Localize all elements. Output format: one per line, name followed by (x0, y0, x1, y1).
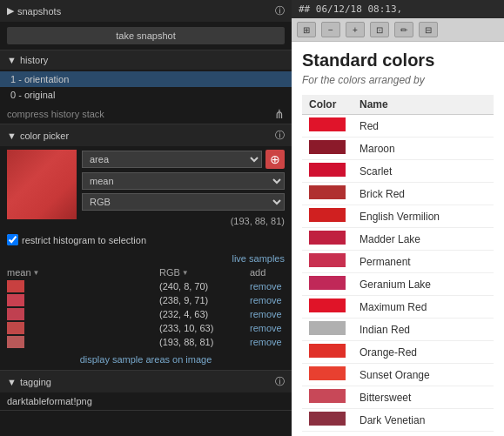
color-swatch-9 (309, 321, 346, 335)
sample-swatch-cell (7, 280, 156, 292)
sample-color-4 (7, 336, 24, 348)
color-name-3: Brick Red (353, 183, 494, 205)
toolbar-btn-zoom-in[interactable]: + (346, 22, 365, 37)
add-col-label: add (250, 267, 265, 278)
live-samples-link[interactable]: live samples (232, 253, 285, 264)
color-cell (302, 386, 353, 409)
sample-row: (238, 9, 71) remove (0, 293, 292, 307)
snapshots-header[interactable]: ▶ snapshots ⓘ (0, 0, 292, 22)
toolbar-btn-edit[interactable]: ✏ (394, 22, 413, 37)
table-row: Bittersweet (302, 386, 494, 409)
history-entry[interactable]: 0 - original (0, 87, 292, 103)
toolbar-btn-split[interactable]: ⊟ (419, 22, 438, 37)
table-row: English Vermilion (302, 205, 494, 228)
right-panel: ## 06/12/18 08:13, ⊞ − + ⊡ ✏ ⊟ Standard … (292, 0, 504, 436)
sample-color-0 (7, 280, 24, 292)
snapshots-section: ▶ snapshots ⓘ take snapshot (0, 0, 292, 50)
mean-col-label: mean (7, 267, 31, 278)
color-name-5: Madder Lake (353, 228, 494, 251)
color-name-8: Maximum Red (353, 296, 494, 319)
rgb-select[interactable]: RGB (82, 193, 285, 211)
rgb-dropdown-icon[interactable]: ▼ (182, 269, 189, 277)
tagging-header[interactable]: ▼ tagging ⓘ (0, 371, 292, 392)
take-snapshot-button[interactable]: take snapshot (7, 27, 285, 44)
sample-remove-4[interactable]: remove (250, 337, 285, 347)
color-name-2: Scarlet (353, 160, 494, 183)
table-row: Brick Red (302, 183, 494, 205)
color-picker-header[interactable]: ▼ color picker ⓘ (0, 124, 292, 146)
color-cell (302, 115, 353, 138)
color-name-9: Indian Red (353, 319, 494, 341)
color-swatch-7 (309, 276, 346, 290)
display-sample-button[interactable]: display sample areas on image (7, 352, 285, 366)
toolbar-btn-layout[interactable]: ⊞ (297, 22, 316, 37)
snapshots-collapse-icon: ▶ (7, 5, 14, 17)
samples-header: live samples (0, 252, 292, 265)
rgb-value: (193, 88, 81) (82, 216, 285, 226)
compress-history-button[interactable]: compress history stack (7, 109, 104, 119)
header-text: ## 06/12/18 08:13, (299, 3, 402, 15)
sample-row: (233, 10, 63) remove (0, 321, 292, 335)
color-name-11: Sunset Orange (353, 364, 494, 386)
color-cell (302, 228, 353, 251)
tagging-filename: darktableformat!png (7, 396, 92, 406)
history-entry-label: 0 - original (10, 90, 55, 100)
table-row: Orange-Red (302, 341, 494, 364)
sample-row: (193, 88, 81) remove (0, 335, 292, 349)
color-cell (302, 183, 353, 205)
history-header[interactable]: ▼ history (0, 50, 292, 70)
color-cell (302, 409, 353, 432)
color-cell (302, 138, 353, 160)
col-add-header: add (250, 267, 285, 278)
sample-rgb-0: (240, 8, 70) (159, 281, 246, 292)
history-entry[interactable]: 1 - orientation (0, 71, 292, 87)
sample-swatch-cell (7, 336, 156, 348)
color-picker-swatch (7, 150, 77, 219)
col-rgb-header: RGB ▼ (159, 267, 246, 278)
sample-color-2 (7, 308, 24, 320)
color-picker-info-icon[interactable]: ⓘ (275, 129, 285, 142)
page-subtitle: For the colors arranged by (302, 74, 494, 86)
history-section: ▼ history 1 - orientation 0 - original c… (0, 50, 292, 124)
sample-color-3 (7, 322, 24, 334)
color-name-13: Dark Venetian (353, 409, 494, 432)
color-name-1: Maroon (353, 138, 494, 160)
color-picker-label: color picker (20, 131, 69, 141)
area-select[interactable]: area (82, 151, 262, 168)
color-cell (302, 341, 353, 364)
sample-rgb-4: (193, 88, 81) (159, 337, 246, 347)
color-swatch-12 (309, 389, 346, 403)
mean-dropdown-icon[interactable]: ▼ (33, 269, 40, 277)
sample-remove-3[interactable]: remove (250, 323, 285, 333)
restrict-checkbox[interactable] (7, 234, 18, 245)
sample-remove-2[interactable]: remove (250, 309, 285, 319)
sample-row: (240, 8, 70) remove (0, 279, 292, 293)
sample-rgb-3: (233, 10, 63) (159, 323, 246, 333)
mean-select[interactable]: mean (82, 172, 285, 190)
sample-rgb-1: (238, 9, 71) (159, 295, 246, 305)
toolbar-btn-zoom-out[interactable]: − (321, 22, 340, 37)
color-name-7: Geranium Lake (353, 273, 494, 296)
right-toolbar: ⊞ − + ⊡ ✏ ⊟ (292, 18, 504, 42)
rgb-row: RGB (82, 193, 285, 211)
picker-eyedropper-button[interactable]: ⊕ (265, 150, 285, 169)
tagging-section: ▼ tagging ⓘ darktableformat!png (0, 371, 292, 411)
left-panel: ▶ snapshots ⓘ take snapshot ▼ history 1 … (0, 0, 292, 436)
color-name-6: Permanent (353, 251, 494, 273)
snapshots-info-icon[interactable]: ⓘ (275, 4, 285, 17)
sample-remove-0[interactable]: remove (250, 281, 285, 292)
table-row: Scarlet (302, 160, 494, 183)
color-name-4: English Vermilion (353, 205, 494, 228)
name-col-header: Name (353, 95, 494, 115)
color-swatch-0 (309, 117, 346, 131)
history-label: history (20, 55, 48, 65)
tagging-info-icon[interactable]: ⓘ (275, 375, 285, 388)
toolbar-btn-zoom-fit[interactable]: ⊡ (370, 22, 389, 37)
color-name-0: Red (353, 115, 494, 138)
sample-remove-1[interactable]: remove (250, 295, 285, 305)
color-cell (302, 205, 353, 228)
color-swatch-8 (309, 298, 346, 312)
color-cell (302, 273, 353, 296)
tagging-body: darktableformat!png (0, 392, 292, 410)
color-picker-section: ▼ color picker ⓘ area ⊕ mean (0, 124, 292, 371)
